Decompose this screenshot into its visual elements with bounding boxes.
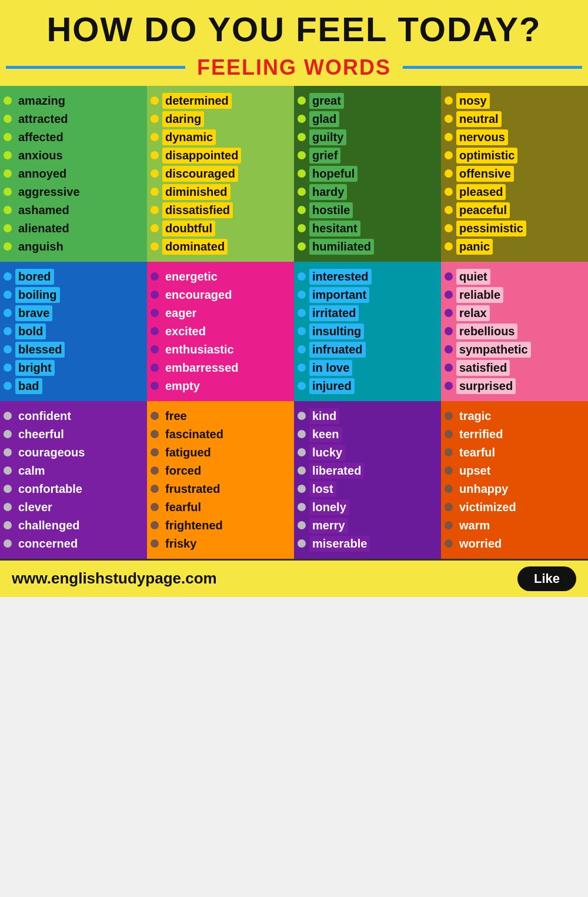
word-item: frustrated	[151, 481, 290, 497]
word-item: empty	[151, 378, 290, 394]
word-item: liberated	[298, 463, 437, 479]
word-item: forced	[151, 463, 290, 479]
bullet-dot	[298, 448, 306, 456]
bullet-dot	[4, 466, 12, 475]
bullet-dot	[151, 291, 159, 299]
bullet-dot	[445, 96, 453, 105]
bullet-dot	[445, 242, 453, 251]
word-label: offensive	[456, 166, 514, 182]
bullet-dot	[445, 412, 453, 420]
bullet-dot	[4, 521, 12, 529]
bullet-dot	[4, 327, 12, 335]
word-label: in love	[309, 360, 352, 376]
word-label: forced	[162, 463, 204, 479]
bullet-dot	[298, 309, 306, 317]
word-item: reliable	[445, 287, 584, 303]
subtitle-line-left	[6, 66, 185, 69]
bullet-dot	[4, 485, 12, 493]
word-label: pleased	[456, 184, 506, 200]
bullet-dot	[445, 224, 453, 232]
word-label: peaceful	[456, 202, 510, 218]
like-button[interactable]: Like	[517, 566, 576, 591]
bullet-dot	[445, 169, 453, 178]
bullet-dot	[298, 224, 306, 232]
word-item: determined	[151, 93, 290, 109]
word-label: insulting	[309, 324, 364, 339]
grid-cell-r3c4: tragicterrifiedtearfulupsetunhappyvictim…	[441, 401, 588, 559]
grid-cell-r1c2: determineddaringdynamicdisappointeddisco…	[147, 86, 294, 262]
bullet-dot	[298, 430, 306, 438]
bullet-dot	[445, 133, 453, 141]
bullet-dot	[298, 327, 306, 335]
word-item: injured	[298, 378, 437, 394]
word-label: bored	[15, 269, 54, 285]
word-label: discouraged	[162, 166, 238, 182]
word-item: offensive	[445, 166, 584, 182]
word-item: quiet	[445, 269, 584, 285]
word-label: anxious	[15, 148, 66, 164]
word-item: anxious	[4, 148, 143, 164]
word-item: sympathetic	[445, 342, 584, 358]
word-label: quiet	[456, 269, 490, 285]
word-label: frustrated	[162, 481, 223, 497]
word-item: victimized	[445, 499, 584, 515]
word-label: diminished	[162, 184, 230, 200]
grid-cell-r1c3: greatgladguiltygriefhopefulhardyhostileh…	[294, 86, 441, 262]
bullet-dot	[298, 382, 306, 390]
bullet-dot	[298, 133, 306, 141]
footer: www.englishstudypage.com Like	[0, 559, 588, 597]
bullet-dot	[151, 309, 159, 317]
word-item: worried	[445, 536, 584, 552]
word-label: empty	[162, 378, 203, 394]
word-label: enthusiastic	[162, 342, 237, 358]
word-item: nosy	[445, 93, 584, 109]
word-item: calm	[4, 463, 143, 479]
bullet-dot	[4, 448, 12, 456]
word-label: tearful	[456, 445, 498, 461]
word-item: enthusiastic	[151, 342, 290, 358]
grid-cell-r1c4: nosyneutralnervousoptimisticoffensiveple…	[441, 86, 588, 262]
bullet-dot	[151, 115, 159, 123]
word-item: lost	[298, 481, 437, 497]
bullet-dot	[298, 188, 306, 196]
word-label: energetic	[162, 269, 220, 285]
word-label: unhappy	[456, 481, 511, 497]
word-label: sympathetic	[456, 342, 531, 358]
word-label: encouraged	[162, 287, 235, 303]
bullet-dot	[445, 291, 453, 299]
word-label: determined	[162, 93, 232, 109]
word-item: important	[298, 287, 437, 303]
word-item: frightened	[151, 518, 290, 533]
bullet-dot	[298, 539, 306, 548]
grid-cell-r3c3: kindkeenluckyliberatedlostlonelymerrymis…	[294, 401, 441, 559]
grid-cell-r2c4: quietreliablerelaxrebellioussympathetics…	[441, 262, 588, 401]
subtitle-text: FEELING WORDS	[197, 55, 391, 80]
bullet-dot	[445, 382, 453, 390]
word-label: victimized	[456, 499, 519, 515]
word-label: brave	[15, 305, 52, 321]
word-item: hostile	[298, 202, 437, 218]
bullet-dot	[445, 327, 453, 335]
word-label: satisfied	[456, 360, 510, 376]
bullet-dot	[4, 503, 12, 511]
word-item: dominated	[151, 239, 290, 255]
word-label: confident	[15, 408, 74, 424]
bullet-dot	[151, 133, 159, 141]
bullet-dot	[151, 151, 159, 159]
bullet-dot	[445, 115, 453, 123]
word-label: frightened	[162, 518, 226, 533]
word-item: upset	[445, 463, 584, 479]
bullet-dot	[298, 521, 306, 529]
word-item: warm	[445, 518, 584, 533]
word-label: cheerful	[15, 426, 67, 442]
word-label: pessimistic	[456, 221, 526, 236]
grid-cell-r3c2: freefascinatedfatiguedforcedfrustratedfe…	[147, 401, 294, 559]
bullet-dot	[445, 151, 453, 159]
bullet-dot	[4, 188, 12, 196]
bullet-dot	[4, 539, 12, 548]
word-item: courageous	[4, 445, 143, 461]
word-label: attracted	[15, 111, 71, 127]
bullet-dot	[151, 485, 159, 493]
word-label: fearful	[162, 499, 204, 515]
bullet-dot	[4, 169, 12, 178]
